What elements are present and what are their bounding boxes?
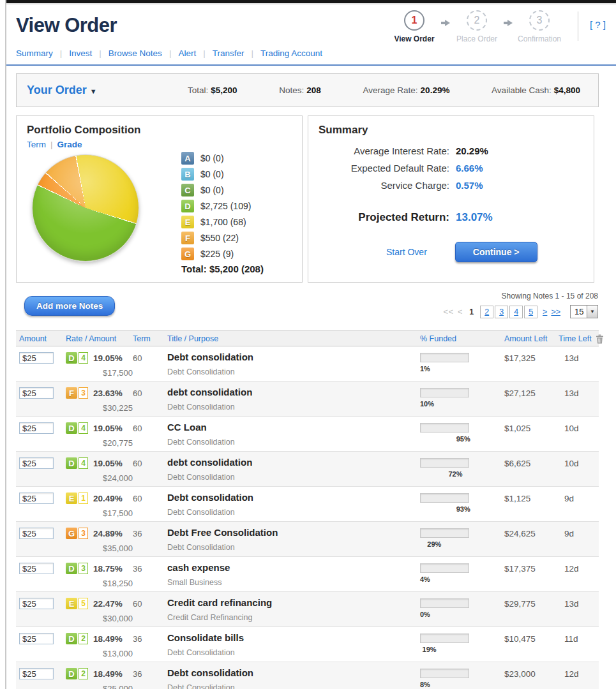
tab-grade[interactable]: Grade <box>57 140 82 149</box>
note-time-left: 12d <box>564 564 579 574</box>
note-rate: 24.89% <box>93 529 123 538</box>
note-time-left: 10d <box>564 424 579 433</box>
note-rate: 22.47% <box>93 599 123 609</box>
legend-row-g: G$225 (9) <box>181 248 264 260</box>
nav-link-summary[interactable]: Summary <box>16 48 53 58</box>
summary-panel: Summary Average Interest Rate: 20.29% Ex… <box>308 115 594 283</box>
projected-return-value: 13.07% <box>456 211 493 224</box>
note-title: debt consolidation <box>167 457 252 468</box>
grade-badge: D4 <box>66 422 88 434</box>
projected-return-label: Projected Return: <box>319 211 449 224</box>
grade-badge: E5 <box>66 598 88 609</box>
header-percent-funded[interactable]: % Funded <box>420 334 456 343</box>
legend-value: $225 (9) <box>200 249 234 259</box>
note-amount-input[interactable] <box>19 598 54 609</box>
funded-progress-bar <box>420 563 469 573</box>
continue-button[interactable]: Continue > <box>455 242 537 262</box>
your-order-dropdown[interactable]: Your Order▼ <box>27 84 188 97</box>
note-title: Debt consolidation <box>167 492 253 503</box>
nav-link-transfer[interactable]: Transfer <box>213 48 244 58</box>
window-frame-shadow <box>6 3 616 4</box>
note-amount-input[interactable] <box>19 563 54 574</box>
note-row: D4 19.05% 60 $20,775 CC Loan Debt Consol… <box>16 417 599 452</box>
nav-link-browse-notes[interactable]: Browse Notes <box>109 48 162 58</box>
help-link[interactable]: [ ? ] <box>590 19 606 30</box>
nav-separator: | <box>99 48 101 58</box>
note-purpose: Debt Consolidation <box>167 508 235 517</box>
note-term: 60 <box>133 494 142 503</box>
grade-letter-badge: D <box>66 668 77 679</box>
page-first-button[interactable]: << <box>443 307 454 316</box>
note-amount-input[interactable] <box>19 493 54 504</box>
grade-letter-badge: G <box>66 528 77 539</box>
legend-value: $0 (0) <box>200 169 224 179</box>
note-purpose: Debt Consolidation <box>167 648 235 657</box>
funded-percent-label: 4% <box>420 575 430 583</box>
note-amount-left: $29,775 <box>504 599 536 609</box>
step-view-order: 1 View Order <box>387 10 441 43</box>
tab-term[interactable]: Term <box>27 140 46 149</box>
step-1-circle: 1 <box>404 10 424 31</box>
legend-row-b: B$0 (0) <box>181 168 264 181</box>
pie-legend: A$0 (0)B$0 (0)C$0 (0)D$2,725 (109)E$1,70… <box>181 152 264 274</box>
nav-link-invest[interactable]: Invest <box>69 48 92 58</box>
note-amount-input[interactable] <box>19 668 54 679</box>
stat-notes: Notes:208 <box>279 85 321 95</box>
note-purpose: Debt Consolidation <box>167 403 235 411</box>
page-next-button[interactable]: > <box>543 307 547 316</box>
note-rate: 23.63% <box>93 389 123 398</box>
legend-row-c: C$0 (0) <box>181 184 264 196</box>
legend-swatch-e: E <box>181 216 194 228</box>
legend-row-d: D$2,725 (109) <box>181 200 264 212</box>
note-row: D2 18.49% 36 $25,000 Debt consolidation … <box>16 662 599 689</box>
header-term[interactable]: Term <box>133 334 151 343</box>
note-purpose: Debt Consolidation <box>167 683 235 689</box>
funded-percent-label: 19% <box>423 646 437 653</box>
note-amount-input[interactable] <box>19 422 54 434</box>
note-row: D4 19.05% 60 $24,000 debt consolidation … <box>16 452 599 487</box>
funded-percent-label: 10% <box>420 400 434 408</box>
page-link-4[interactable]: 4 <box>514 307 518 316</box>
note-rate: 18.49% <box>93 634 123 644</box>
header-time-left[interactable]: Time Left <box>559 334 592 343</box>
step-2-circle: 2 <box>467 10 487 31</box>
note-amount-input[interactable] <box>19 387 54 399</box>
note-loan-amount: $20,775 <box>103 438 133 448</box>
portfolio-composition-panel: Portfolio Composition Term|Grade A$0 (0)… <box>16 115 303 283</box>
page-link-3[interactable]: 3 <box>499 307 504 316</box>
funded-progress-bar <box>420 493 469 503</box>
grade-badge: G3 <box>66 528 88 539</box>
header-amount[interactable]: Amount <box>19 334 47 343</box>
note-amount-left: $27,125 <box>504 389 536 398</box>
note-purpose: Credit Card Refinancing <box>167 613 252 622</box>
page-link-5[interactable]: 5 <box>529 307 533 316</box>
nav-link-trading-account[interactable]: Trading Account <box>260 48 322 58</box>
note-rate: 18.75% <box>93 564 123 574</box>
grade-subgrade-badge: 1 <box>79 493 88 504</box>
page-link-2[interactable]: 2 <box>485 307 489 316</box>
funded-percent-label: 29% <box>427 540 441 548</box>
note-term: 36 <box>133 564 142 574</box>
per-page-select[interactable]: 15 ▼ <box>570 305 598 318</box>
legend-value: $0 (0) <box>200 153 224 163</box>
add-more-notes-button[interactable]: Add more Notes <box>24 296 115 316</box>
summary-actions: Start Over Continue > <box>319 242 583 262</box>
header-rate-amount[interactable]: Rate / Amount <box>66 334 116 343</box>
nav-link-alert[interactable]: Alert <box>178 48 196 58</box>
note-amount-input[interactable] <box>19 352 54 364</box>
note-term: 60 <box>133 389 142 398</box>
note-amount-input[interactable] <box>19 528 54 539</box>
funded-progress-bar <box>420 598 469 608</box>
note-term: 60 <box>133 459 142 468</box>
page-prev-button[interactable]: < <box>458 307 463 316</box>
note-amount-input[interactable] <box>19 633 54 644</box>
trash-icon[interactable] <box>596 334 604 346</box>
funded-progress-bar <box>420 633 469 643</box>
note-term: 60 <box>133 599 142 609</box>
note-amount-input[interactable] <box>19 457 54 469</box>
start-over-link[interactable]: Start Over <box>386 247 427 257</box>
note-time-left: 9d <box>564 494 574 503</box>
page-last-button[interactable]: >> <box>551 307 560 316</box>
header-amount-left[interactable]: Amount Left <box>504 334 547 343</box>
header-title-purpose[interactable]: Title / Purpose <box>167 334 218 343</box>
